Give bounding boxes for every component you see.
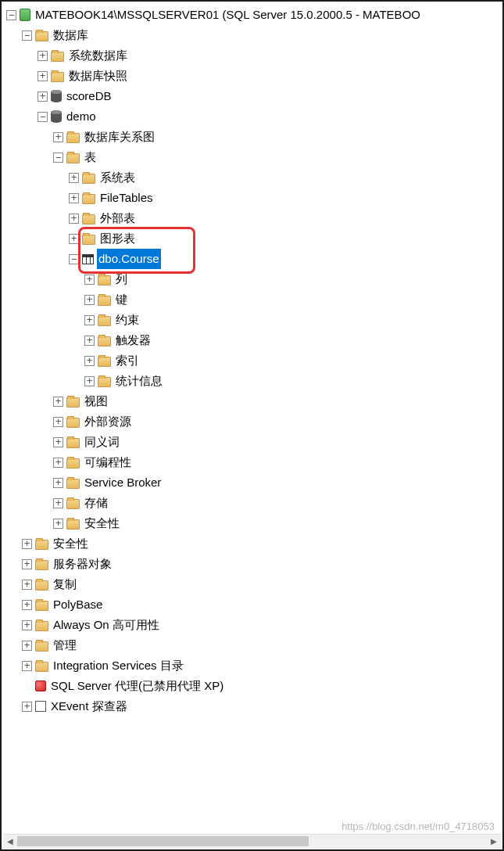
server-icon — [20, 9, 30, 21]
folder-icon — [66, 479, 80, 489]
collapse-icon[interactable]: − — [22, 31, 32, 41]
expand-icon[interactable]: + — [84, 275, 95, 285]
expand-icon[interactable]: + — [69, 234, 79, 244]
folder-icon — [66, 133, 80, 143]
security-node[interactable]: + 安全性 — [5, 533, 502, 554]
expand-icon[interactable]: + — [53, 478, 63, 488]
folder-icon — [35, 31, 48, 41]
collapse-icon[interactable]: − — [6, 10, 16, 20]
dbo-course-label: dbo.Course — [97, 249, 161, 269]
database-icon — [51, 90, 62, 102]
system-tables-node[interactable]: + 系统表 — [5, 167, 502, 188]
synonyms-node[interactable]: + 同义词 — [5, 432, 502, 452]
folder-icon — [35, 641, 48, 652]
expand-icon[interactable]: + — [22, 702, 32, 712]
folder-icon — [98, 377, 111, 387]
expand-icon[interactable]: + — [69, 214, 79, 224]
expand-icon[interactable]: + — [53, 458, 63, 468]
expand-icon[interactable]: + — [84, 295, 95, 305]
expand-icon[interactable]: + — [22, 539, 32, 549]
expand-icon[interactable]: + — [22, 641, 32, 651]
expand-icon[interactable]: + — [53, 397, 63, 407]
server-objects-node[interactable]: + 服务器对象 — [5, 554, 502, 574]
scroll-right-arrow-icon[interactable]: ▶ — [487, 835, 501, 849]
expand-icon[interactable]: + — [38, 71, 48, 81]
collapse-icon[interactable]: − — [38, 112, 48, 122]
demo-security-node[interactable]: + 安全性 — [5, 513, 502, 533]
expand-icon[interactable]: + — [22, 580, 32, 590]
folder-icon — [98, 275, 111, 285]
folder-icon — [66, 519, 80, 530]
indexes-node[interactable]: + 索引 — [5, 350, 502, 371]
expand-icon[interactable]: + — [22, 559, 32, 569]
folder-icon — [35, 601, 48, 611]
table-icon — [82, 254, 94, 264]
folder-icon — [98, 336, 111, 347]
scoredb-node[interactable]: + scoreDB — [5, 86, 502, 106]
service-broker-node[interactable]: + Service Broker — [5, 472, 502, 493]
folder-icon — [66, 397, 80, 408]
object-explorer-tree[interactable]: − MATEBOOK14\MSSQLSERVER01 (SQL Server 1… — [2, 2, 502, 832]
scrollbar-track[interactable] — [17, 835, 487, 848]
sql-agent-node[interactable]: SQL Server 代理(已禁用代理 XP) — [5, 676, 502, 696]
dbo-course-node[interactable]: − dbo.Course — [5, 249, 502, 269]
columns-node[interactable]: + 列 — [5, 269, 502, 289]
statistics-node[interactable]: + 统计信息 — [5, 371, 502, 391]
polybase-node[interactable]: + PolyBase — [5, 594, 502, 615]
graph-tables-node[interactable]: + 图形表 — [5, 228, 502, 249]
expand-icon[interactable]: + — [84, 336, 95, 346]
always-on-node[interactable]: + Always On 高可用性 — [5, 615, 502, 635]
storage-node[interactable]: + 存储 — [5, 493, 502, 513]
expand-icon[interactable]: + — [84, 315, 95, 325]
system-databases-node[interactable]: + 系统数据库 — [5, 45, 502, 66]
external-resources-node[interactable]: + 外部资源 — [5, 411, 502, 432]
constraints-node[interactable]: + 约束 — [5, 310, 502, 330]
expand-icon[interactable]: + — [69, 173, 79, 183]
triggers-node[interactable]: + 触发器 — [5, 330, 502, 350]
db-snapshot-node[interactable]: + 数据库快照 — [5, 66, 502, 86]
integration-services-node[interactable]: + Integration Services 目录 — [5, 655, 502, 676]
expand-icon[interactable]: + — [69, 193, 79, 203]
filetables-node[interactable]: + FileTables — [5, 188, 502, 208]
xevent-icon — [35, 701, 46, 712]
expand-icon[interactable]: + — [53, 519, 63, 529]
expand-icon[interactable]: + — [22, 661, 32, 671]
expand-icon[interactable]: + — [53, 132, 63, 142]
db-diagram-node[interactable]: + 数据库关系图 — [5, 127, 502, 147]
demo-db-node[interactable]: − demo — [5, 106, 502, 127]
replication-node[interactable]: + 复制 — [5, 574, 502, 594]
folder-icon — [82, 235, 95, 245]
views-node[interactable]: + 视图 — [5, 391, 502, 411]
database-icon — [51, 110, 62, 123]
expand-icon[interactable]: + — [53, 498, 63, 508]
folder-icon — [35, 560, 48, 570]
server-node[interactable]: − MATEBOOK14\MSSQLSERVER01 (SQL Server 1… — [5, 5, 502, 25]
folder-icon — [66, 499, 80, 509]
folder-icon — [35, 540, 48, 550]
management-node[interactable]: + 管理 — [5, 635, 502, 655]
folder-icon — [51, 72, 64, 82]
horizontal-scrollbar[interactable]: ◀ ▶ — [3, 834, 501, 848]
expand-icon[interactable]: + — [38, 92, 48, 102]
tables-node[interactable]: − 表 — [5, 147, 502, 167]
expand-icon[interactable]: + — [38, 51, 48, 61]
keys-node[interactable]: + 键 — [5, 289, 502, 310]
folder-icon — [35, 662, 48, 672]
folder-icon — [35, 580, 48, 591]
expand-icon[interactable]: + — [22, 600, 32, 610]
external-tables-node[interactable]: + 外部表 — [5, 208, 502, 228]
expand-icon[interactable]: + — [53, 417, 63, 427]
databases-node[interactable]: − 数据库 — [5, 25, 502, 45]
folder-icon — [35, 621, 48, 631]
expand-icon[interactable]: + — [53, 437, 63, 447]
expand-icon[interactable]: + — [22, 620, 32, 630]
programmability-node[interactable]: + 可编程性 — [5, 452, 502, 472]
scrollbar-thumb[interactable] — [17, 836, 309, 846]
xevent-node[interactable]: + XEvent 探查器 — [5, 696, 502, 716]
expand-icon[interactable]: + — [84, 356, 95, 366]
collapse-icon[interactable]: − — [53, 153, 63, 163]
folder-icon — [98, 316, 111, 326]
collapse-icon[interactable]: − — [69, 254, 79, 264]
scroll-left-arrow-icon[interactable]: ◀ — [3, 835, 17, 849]
expand-icon[interactable]: + — [84, 376, 95, 386]
